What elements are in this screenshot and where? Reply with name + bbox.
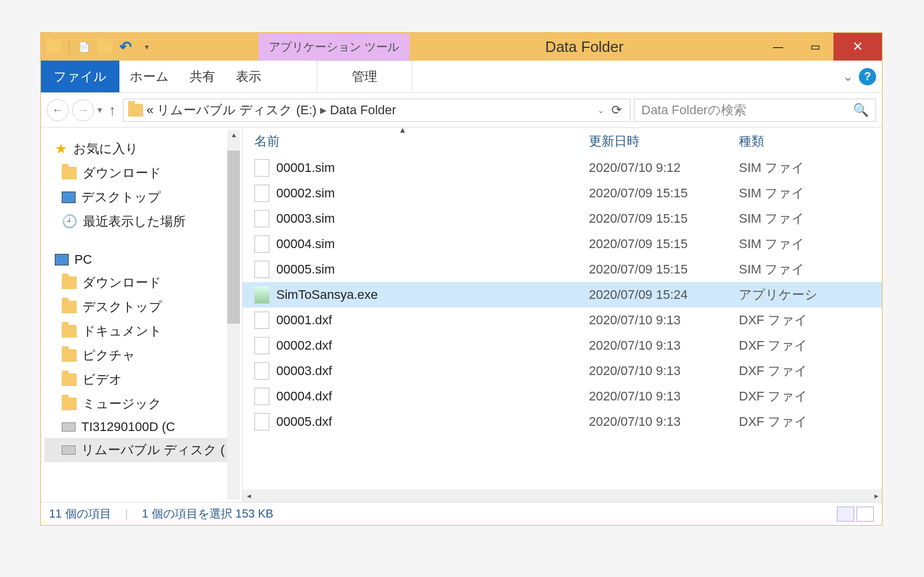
column-headers: 名前▲ 更新日時 種類: [243, 128, 882, 155]
folder-icon: [46, 39, 62, 55]
file-row[interactable]: 00001.dxf2020/07/10 9:13DXF ファイ: [243, 308, 882, 333]
breadcrumb-parent[interactable]: リムーバブル ディスク (E:): [157, 102, 317, 119]
sort-asc-icon: ▲: [399, 128, 407, 134]
file-row[interactable]: 00004.sim2020/07/09 15:15SIM ファイ: [243, 231, 882, 257]
undo-icon[interactable]: ↶: [118, 39, 134, 55]
scroll-thumb[interactable]: [227, 151, 240, 324]
nav-scrollbar[interactable]: ▴: [227, 130, 240, 500]
nav-desktop[interactable]: デスクトップ: [44, 185, 239, 209]
nav-pc-music[interactable]: ミュージック: [44, 392, 239, 416]
file-type: DXF ファイ: [739, 312, 882, 329]
navigation-pane[interactable]: ★お気に入り ダウンロード デスクトップ 🕘最近表示した場所 PC ダウンロード…: [41, 128, 243, 502]
nav-downloads[interactable]: ダウンロード: [44, 161, 239, 185]
file-row[interactable]: SimToSansya.exe2020/07/09 15:24アプリケーシ: [243, 282, 882, 308]
context-tab-header: アプリケーション ツール: [258, 33, 410, 61]
search-placeholder: Data Folderの検索: [641, 102, 746, 119]
horizontal-scrollbar[interactable]: ◂ ▸: [243, 489, 882, 502]
scroll-right-icon[interactable]: ▸: [870, 491, 882, 500]
file-name: 00004.sim: [276, 237, 335, 252]
file-row[interactable]: 00004.dxf2020/07/10 9:13DXF ファイ: [243, 384, 882, 409]
file-name: SimToSansya.exe: [276, 287, 378, 302]
forward-button[interactable]: →: [72, 99, 94, 121]
qat-dropdown-icon[interactable]: ▾: [138, 39, 155, 55]
column-type[interactable]: 種類: [739, 133, 882, 150]
file-date: 2020/07/10 9:13: [589, 338, 739, 353]
folder-icon: [62, 276, 77, 289]
file-date: 2020/07/09 15:24: [589, 287, 739, 302]
tab-manage[interactable]: 管理: [317, 61, 412, 92]
column-date[interactable]: 更新日時: [589, 133, 739, 150]
overflow-chevron[interactable]: «: [147, 103, 153, 118]
chevron-right-icon[interactable]: ▸: [320, 103, 326, 118]
titlebar[interactable]: 📄 ↶ ▾ アプリケーション ツール Data Folder — ▭ ✕: [41, 33, 882, 61]
file-name: 00005.dxf: [276, 414, 332, 429]
star-icon: ★: [55, 141, 67, 157]
file-icon: [254, 312, 269, 329]
file-date: 2020/07/09 15:15: [589, 237, 739, 252]
file-icon: [254, 362, 269, 380]
tab-share[interactable]: 共有: [179, 61, 226, 92]
file-row[interactable]: 00002.sim2020/07/09 15:15SIM ファイ: [243, 181, 882, 206]
file-type: SIM ファイ: [739, 159, 882, 177]
breadcrumb-current[interactable]: Data Folder: [330, 103, 396, 118]
back-button[interactable]: ←: [47, 99, 69, 121]
scroll-up-icon[interactable]: ▴: [227, 130, 240, 140]
file-date: 2020/07/10 9:13: [589, 414, 739, 429]
nav-pc-videos[interactable]: ビデオ: [44, 368, 239, 392]
folder-icon: [62, 349, 77, 362]
scroll-left-icon[interactable]: ◂: [243, 491, 254, 500]
file-icon: [254, 286, 269, 304]
properties-icon[interactable]: 📄: [76, 39, 92, 55]
separator: [69, 40, 69, 54]
nav-pc-pictures[interactable]: ピクチャ: [44, 343, 239, 368]
file-name: 00003.sim: [276, 211, 335, 226]
quick-access-toolbar: 📄 ↶ ▾: [41, 39, 155, 55]
history-dropdown-icon[interactable]: ▾: [97, 104, 102, 115]
view-buttons: [837, 507, 874, 522]
close-button[interactable]: ✕: [833, 33, 882, 61]
tab-home[interactable]: ホーム: [119, 61, 179, 92]
file-row[interactable]: 00001.sim2020/07/10 9:12SIM ファイ: [243, 155, 882, 181]
file-date: 2020/07/10 9:12: [589, 160, 739, 175]
ribbon-tabs: ファイル ホーム 共有 表示 管理 ⌄ ?: [41, 61, 882, 93]
file-date: 2020/07/10 9:13: [589, 389, 739, 404]
nav-pc-cdrive[interactable]: TI31290100D (C: [44, 416, 239, 438]
nav-pc-desktop[interactable]: デスクトップ: [44, 295, 239, 319]
nav-pc-removable[interactable]: リムーバブル ディスク (: [44, 438, 239, 462]
help-icon[interactable]: ?: [859, 68, 876, 85]
drive-icon: [62, 422, 76, 432]
file-row[interactable]: 00003.dxf2020/07/10 9:13DXF ファイ: [243, 358, 882, 384]
file-row[interactable]: 00003.sim2020/07/09 15:15SIM ファイ: [243, 206, 882, 231]
nav-pc[interactable]: PC: [44, 249, 239, 271]
search-box[interactable]: Data Folderの検索 🔍: [634, 99, 876, 122]
folder-icon: [62, 301, 77, 313]
maximize-button[interactable]: ▭: [797, 33, 833, 61]
new-folder-icon[interactable]: [97, 39, 113, 55]
file-row[interactable]: 00005.sim2020/07/09 15:15SIM ファイ: [243, 257, 882, 282]
refresh-icon[interactable]: ⟳: [608, 103, 625, 118]
address-dropdown-icon[interactable]: ⌄: [598, 106, 604, 115]
nav-pc-downloads[interactable]: ダウンロード: [44, 271, 239, 295]
file-row[interactable]: 00005.dxf2020/07/10 9:13DXF ファイ: [243, 409, 882, 434]
column-name[interactable]: 名前▲: [254, 133, 589, 150]
nav-recent[interactable]: 🕘最近表示した場所: [44, 209, 239, 234]
file-list: 名前▲ 更新日時 種類 00001.sim2020/07/10 9:12SIM …: [243, 128, 882, 502]
minimize-button[interactable]: —: [760, 33, 797, 61]
file-name: 00003.dxf: [276, 364, 332, 379]
thumbnails-view-button[interactable]: [857, 507, 874, 522]
address-bar[interactable]: « リムーバブル ディスク (E:) ▸ Data Folder ⌄ ⟳: [123, 99, 630, 122]
file-icon: [254, 210, 269, 227]
file-type: SIM ファイ: [739, 235, 882, 253]
nav-favorites[interactable]: ★お気に入り: [44, 137, 239, 161]
expand-ribbon-icon[interactable]: ⌄: [843, 69, 853, 84]
nav-pc-documents[interactable]: ドキュメント: [44, 319, 239, 343]
up-button[interactable]: ↑: [106, 102, 119, 118]
file-row[interactable]: 00002.dxf2020/07/10 9:13DXF ファイ: [243, 333, 882, 358]
search-icon[interactable]: 🔍: [853, 103, 869, 118]
details-view-button[interactable]: [837, 507, 854, 522]
context-tab-label: アプリケーション ツール: [258, 33, 410, 61]
file-tab[interactable]: ファイル: [41, 61, 119, 92]
tab-view[interactable]: 表示: [226, 61, 272, 92]
item-count: 11 個の項目: [49, 506, 111, 522]
file-type: アプリケーシ: [739, 286, 882, 304]
